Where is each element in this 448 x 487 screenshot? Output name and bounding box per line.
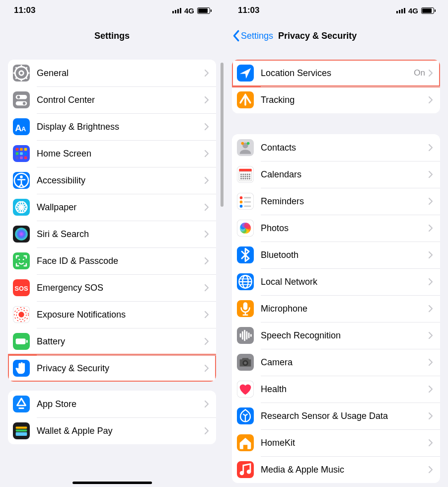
chevron-right-icon — [428, 251, 433, 259]
mic-icon — [237, 300, 254, 317]
chevron-right-icon — [428, 96, 433, 104]
hand-icon — [13, 360, 30, 377]
chevron-right-icon — [428, 69, 433, 77]
svg-point-0 — [15, 67, 28, 80]
row-faceid-passcode[interactable]: Face ID & Passcode — [8, 247, 216, 274]
svg-point-33 — [20, 206, 23, 209]
svg-text:A: A — [15, 123, 21, 133]
svg-rect-52 — [242, 174, 244, 175]
svg-rect-41 — [16, 338, 26, 344]
row-research[interactable]: Research Sensor & Usage Data — [232, 403, 440, 429]
row-home-screen[interactable]: Home Screen — [8, 140, 216, 167]
network-label: 4G — [408, 6, 418, 15]
row-exposure-notif[interactable]: Exposure Notifications — [8, 301, 216, 328]
gear-icon — [13, 65, 30, 81]
svg-point-48 — [247, 142, 250, 145]
svg-rect-18 — [24, 148, 27, 151]
chevron-right-icon — [428, 439, 433, 447]
chevron-right-icon — [204, 311, 209, 319]
chevron-right-icon — [428, 197, 433, 205]
row-label: Contacts — [261, 143, 428, 153]
row-label: Media & Apple Music — [261, 465, 428, 475]
nav-settings: Settings — [0, 21, 224, 51]
svg-rect-54 — [247, 174, 248, 175]
row-health[interactable]: Health — [232, 376, 440, 403]
row-emergency-sos[interactable]: SOSEmergency SOS — [8, 274, 216, 301]
row-microphone[interactable]: Microphone — [232, 295, 440, 322]
settings-group-main: GeneralControl CenterAADisplay & Brightn… — [8, 60, 216, 382]
row-label: Accessibility — [37, 175, 204, 186]
battery-icon — [13, 333, 30, 350]
row-label: Privacy & Security — [37, 363, 204, 374]
row-display-brightness[interactable]: AADisplay & Brightness — [8, 113, 216, 140]
figure-icon — [13, 172, 30, 189]
settings-content[interactable]: GeneralControl CenterAADisplay & Brightn… — [0, 51, 224, 487]
svg-rect-22 — [16, 157, 19, 160]
phone-privacy: 11:03 4G Settings Privacy & Security Loc… — [224, 0, 448, 487]
row-speech-recog[interactable]: Speech Recognition — [232, 322, 440, 349]
row-app-store[interactable]: App Store — [8, 391, 216, 417]
svg-point-66 — [240, 196, 243, 199]
scrollbar[interactable] — [221, 63, 224, 207]
svg-rect-17 — [20, 148, 23, 151]
row-contacts[interactable]: Contacts — [232, 134, 440, 161]
row-label: HomeKit — [261, 438, 428, 448]
svg-rect-63 — [245, 178, 246, 179]
svg-point-11 — [17, 96, 20, 99]
contacts-icon — [237, 139, 254, 156]
svg-rect-65 — [249, 178, 250, 179]
svg-line-9 — [26, 67, 27, 69]
row-wallpaper[interactable]: Wallpaper — [8, 194, 216, 221]
svg-rect-55 — [249, 174, 250, 175]
privacy-group-data: ContactsCalendarsRemindersPhotosBluetoot… — [232, 134, 440, 483]
chevron-right-icon — [428, 412, 433, 420]
row-camera[interactable]: Camera — [232, 349, 440, 376]
back-button[interactable]: Settings — [232, 30, 273, 42]
battery-icon — [197, 7, 210, 14]
status-right: 4G — [396, 6, 434, 15]
svg-rect-59 — [247, 176, 248, 177]
row-reminders[interactable]: Reminders — [232, 188, 440, 215]
row-label: General — [37, 68, 204, 79]
row-battery[interactable]: Battery — [8, 328, 216, 355]
chevron-right-icon — [204, 123, 209, 131]
row-label: Face ID & Passcode — [37, 256, 204, 266]
chevron-right-icon — [428, 278, 433, 286]
chevron-right-icon — [204, 96, 209, 104]
signal-icon — [396, 8, 405, 13]
chevron-right-icon — [204, 230, 209, 238]
row-bluetooth[interactable]: Bluetooth — [232, 242, 440, 268]
row-general[interactable]: General — [8, 60, 216, 86]
row-privacy-security[interactable]: Privacy & Security — [8, 355, 216, 382]
row-wallet-apple-pay[interactable]: Wallet & Apple Pay — [8, 417, 216, 444]
row-location-services[interactable]: Location ServicesOn — [232, 60, 440, 86]
aa-icon: AA — [13, 118, 30, 135]
svg-rect-56 — [240, 176, 242, 177]
row-media-music[interactable]: Media & Apple Music — [232, 456, 440, 483]
row-accessibility[interactable]: Accessibility — [8, 167, 216, 194]
face-icon — [13, 252, 30, 269]
row-control-center[interactable]: Control Center — [8, 86, 216, 113]
privacy-content[interactable]: Location ServicesOnTracking ContactsCale… — [224, 51, 448, 487]
row-label: Wallpaper — [37, 202, 204, 213]
row-calendars[interactable]: Calendars — [232, 161, 440, 188]
chevron-right-icon — [428, 466, 433, 474]
row-photos[interactable]: Photos — [232, 215, 440, 242]
svg-point-93 — [244, 362, 247, 365]
chevron-right-icon — [428, 385, 433, 393]
home-indicator[interactable] — [73, 482, 152, 484]
svg-line-3 — [26, 78, 27, 79]
svg-point-70 — [240, 205, 243, 208]
row-local-network[interactable]: Local Network — [232, 268, 440, 295]
svg-rect-60 — [249, 176, 250, 177]
photos-icon — [237, 220, 254, 237]
row-label: Exposure Notifications — [37, 310, 204, 320]
row-tracking[interactable]: Tracking — [232, 86, 440, 113]
svg-rect-24 — [24, 157, 27, 160]
bluetooth-icon — [237, 246, 254, 263]
page-title: Privacy & Security — [278, 31, 357, 41]
research-icon — [237, 407, 254, 424]
svg-rect-20 — [20, 152, 23, 155]
row-homekit[interactable]: HomeKit — [232, 429, 440, 456]
row-siri-search[interactable]: Siri & Search — [8, 221, 216, 247]
